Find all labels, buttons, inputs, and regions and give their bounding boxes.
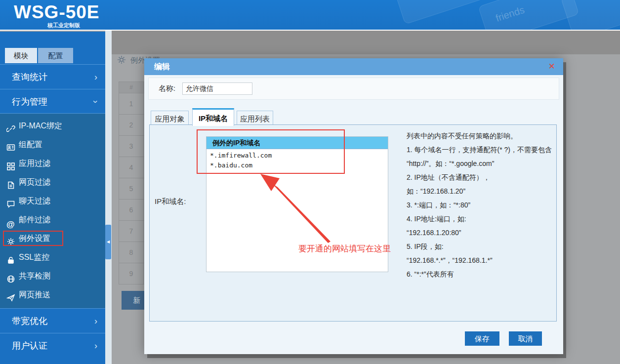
chevron-down-icon: › xyxy=(83,100,108,103)
section-label: 查询统计 xyxy=(12,72,47,82)
help-line: 1. 每个域名一行，支持通配符(* ?)，不需要包含 xyxy=(407,143,555,157)
app-window: friends WSG-50E 核工业定制版 模块 配置 查询统计 › 行为管理… xyxy=(0,0,620,364)
row-number: 3 xyxy=(119,136,144,157)
sidebar-strip: ◀ xyxy=(105,31,112,364)
section-label: 带宽优化 xyxy=(12,316,47,326)
tab-modules[interactable]: 模块 xyxy=(5,48,37,63)
sidebar-item-label: IP-MAC绑定 xyxy=(19,121,62,130)
group-icon xyxy=(6,140,15,149)
sidebar-item-label: 邮件过滤 xyxy=(19,215,50,224)
tab-config[interactable]: 配置 xyxy=(38,48,73,63)
send-plane-icon xyxy=(6,290,15,299)
sidebar-section-bandwidth[interactable]: 带宽优化 › xyxy=(0,308,105,333)
dialog-title: 编辑 xyxy=(154,62,170,72)
sidebar-item-label: 应用过滤 xyxy=(19,159,50,167)
chevron-right-icon: › xyxy=(94,309,97,333)
sidebar-item-ip-mac-binding[interactable]: IP-MAC绑定 xyxy=(0,117,105,135)
apps-grid-icon xyxy=(6,159,15,168)
sidebar-collapse-handle[interactable]: ◀ xyxy=(105,225,111,259)
sidebar-item-web-filter[interactable]: 网页过滤 xyxy=(0,173,105,192)
sidebar-item-exception-settings[interactable]: 例外设置 xyxy=(0,229,105,248)
sidebar-tabbar: 模块 配置 xyxy=(0,32,105,64)
tab-app-list[interactable]: 应用列表 xyxy=(237,111,273,126)
help-line: 列表中的内容不受任何策略的影响。 xyxy=(407,129,555,143)
sidebar-item-label: 例外设置 xyxy=(19,234,50,243)
table-header-cell: # xyxy=(119,82,144,93)
row-number: 2 xyxy=(119,115,144,136)
row-number: 4 xyxy=(119,157,144,178)
row-number: 6 xyxy=(119,200,144,221)
help-line: 6. “*:*”代表所有 xyxy=(407,267,555,281)
webpage-icon xyxy=(6,178,15,187)
row-number: 1 xyxy=(119,93,144,115)
sidebar: 模块 配置 查询统计 › 行为管理 › IP-MAC绑定 组配置 应用过滤 xyxy=(0,32,105,364)
sidebar-item-label: 网页过滤 xyxy=(19,178,50,186)
close-icon[interactable]: ✕ xyxy=(548,61,555,72)
section-label: 行为管理 xyxy=(12,97,47,107)
sidebar-item-chat-filter[interactable]: 聊天过滤 xyxy=(0,192,105,210)
help-line: “192.168.*.*”，“192.168.1.*” xyxy=(407,253,555,267)
sidebar-item-ssl-monitor[interactable]: SSL监控 xyxy=(0,248,105,267)
ip-domain-list-header: 例外的IP和域名 xyxy=(207,137,388,149)
section-label: 用户认证 xyxy=(12,341,47,351)
sidebar-item-label: 共享检测 xyxy=(19,272,50,280)
help-line: 4. IP地址:端口，如: xyxy=(407,212,555,226)
list-item[interactable]: *.imfirewall.com xyxy=(207,152,388,159)
gear-icon xyxy=(117,55,126,66)
sidebar-item-mail-filter[interactable]: @ 邮件过滤 xyxy=(0,210,105,229)
at-sign-icon: @ xyxy=(6,215,15,224)
chevron-right-icon: › xyxy=(94,333,97,358)
annotation-text: 要开通的网站填写在这里 xyxy=(298,243,391,254)
name-label: 名称: xyxy=(159,84,175,93)
keyboard-decoration xyxy=(561,0,620,31)
dialog-header[interactable]: 编辑 ✕ xyxy=(144,58,563,75)
help-line: “192.168.1.20:80” xyxy=(407,226,555,240)
link-icon xyxy=(6,121,15,130)
row-number: 9 xyxy=(119,263,144,284)
sidebar-item-web-push[interactable]: 网页推送 xyxy=(0,285,105,304)
help-line: 5. IP段，如: xyxy=(407,240,555,253)
page-topbar xyxy=(112,31,620,54)
lock-icon xyxy=(6,253,15,262)
tab-app-objects[interactable]: 应用对象 xyxy=(151,111,189,126)
keycap-label: friends xyxy=(479,0,574,28)
sidebar-section-query-stats[interactable]: 查询统计 › xyxy=(0,64,105,89)
tab-ip-and-domain[interactable]: IP和域名 xyxy=(192,108,234,126)
sidebar-item-app-filter[interactable]: 应用过滤 xyxy=(0,154,105,173)
help-line: 2. IP地址（不含通配符）， xyxy=(407,170,555,184)
help-line: 如：“192.168.1.20” xyxy=(407,184,555,198)
tab-panel-ip-domain: IP和域名: 例外的IP和域名 *.imfirewall.com *.baidu… xyxy=(149,124,557,322)
chat-icon xyxy=(6,197,15,205)
app-logo: WSG-50E xyxy=(14,2,100,23)
keyboard-decoration xyxy=(394,0,485,25)
help-line: “http://”。如：“*.google.com” xyxy=(407,157,555,170)
top-banner: friends WSG-50E 核工业定制版 xyxy=(0,0,620,31)
sidebar-item-group-config[interactable]: 组配置 xyxy=(0,135,105,154)
edit-dialog: 编辑 ✕ 名称: 应用对象 IP和域名 应用列表 IP和域名: 例外的IP和域名… xyxy=(144,58,563,354)
behavior-submenu: IP-MAC绑定 组配置 应用过滤 网页过滤 聊天过滤 @ 邮件过滤 xyxy=(0,114,105,308)
save-button[interactable]: 保存 xyxy=(465,331,499,346)
help-line: 3. *:端口，如：“*:80” xyxy=(407,198,555,212)
app-logo-subtitle: 核工业定制版 xyxy=(47,22,80,29)
name-input[interactable] xyxy=(182,82,252,95)
gear-icon xyxy=(6,234,15,243)
sidebar-section-user-auth[interactable]: 用户认证 › xyxy=(0,333,105,358)
list-item[interactable]: *.baidu.com xyxy=(207,162,388,169)
help-text: 列表中的内容不受任何策略的影响。 1. 每个域名一行，支持通配符(* ?)，不需… xyxy=(407,129,555,281)
row-number: 7 xyxy=(119,221,144,242)
row-number: 8 xyxy=(119,242,144,263)
ip-domain-field-label: IP和域名: xyxy=(155,197,186,206)
row-number: 5 xyxy=(119,178,144,200)
sidebar-item-label: 聊天过滤 xyxy=(19,197,50,205)
globe-share-icon xyxy=(6,272,15,281)
sidebar-item-label: 网页推送 xyxy=(19,290,50,299)
sidebar-item-share-detect[interactable]: 共享检测 xyxy=(0,267,105,285)
sidebar-section-behavior[interactable]: 行为管理 › xyxy=(0,89,105,114)
sidebar-item-label: 组配置 xyxy=(19,140,42,149)
sidebar-item-label: SSL监控 xyxy=(19,253,49,261)
cancel-button[interactable]: 取消 xyxy=(509,331,542,346)
chevron-right-icon: › xyxy=(94,65,97,89)
name-field-row: 名称: xyxy=(148,78,559,100)
